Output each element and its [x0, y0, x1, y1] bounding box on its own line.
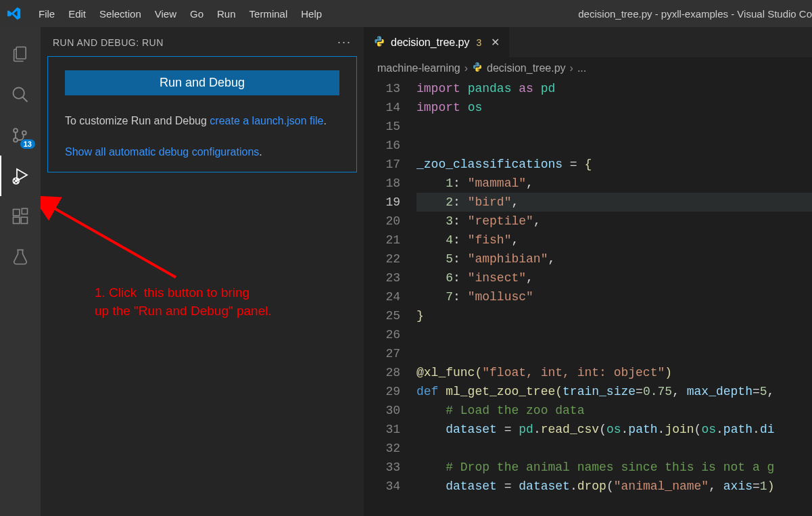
- create-launch-json-link[interactable]: create a launch.json file: [210, 115, 323, 126]
- code-editor[interactable]: 1314151617181920212223242526272829303132…: [364, 79, 812, 516]
- sidebar: RUN AND DEBUG: RUN ··· Run and Debug To …: [41, 27, 364, 516]
- svg-point-5: [22, 131, 26, 135]
- svg-line-2: [23, 97, 28, 102]
- menu-edit[interactable]: Edit: [62, 8, 93, 20]
- vscode-logo-icon: [7, 6, 22, 21]
- sidebar-title: RUN AND DEBUG: RUN: [53, 37, 164, 48]
- editor: decision_tree.py 3 ✕ machine-learning › …: [364, 27, 812, 516]
- code-content[interactable]: import pandas as pdimport os_zoo_classif…: [416, 79, 812, 516]
- menu-bar: FileEditSelectionViewGoRunTerminalHelp: [32, 8, 329, 20]
- menu-run[interactable]: Run: [210, 8, 243, 20]
- svg-rect-12: [21, 217, 27, 223]
- debug-panel: Run and Debug To customize Run and Debug…: [47, 56, 357, 172]
- breadcrumb-trail[interactable]: ...: [577, 62, 586, 74]
- activity-bar: 13: [0, 27, 41, 516]
- python-file-icon: [373, 35, 385, 50]
- tab-dirty-indicator: 3: [477, 37, 482, 48]
- menu-file[interactable]: File: [32, 8, 62, 20]
- svg-rect-11: [14, 217, 20, 223]
- chevron-right-icon: ›: [464, 62, 468, 74]
- explorer-icon[interactable]: [0, 34, 41, 74]
- menu-selection[interactable]: Selection: [93, 8, 148, 20]
- show-all-configs-link[interactable]: Show all automatic debug configurations.: [65, 146, 339, 158]
- extensions-icon[interactable]: [0, 196, 41, 237]
- breadcrumb[interactable]: machine-learning › decision_tree.py › ..…: [364, 57, 812, 79]
- svg-point-3: [14, 128, 18, 133]
- svg-rect-0: [16, 47, 26, 60]
- menu-view[interactable]: View: [148, 8, 183, 20]
- menu-help[interactable]: Help: [294, 8, 329, 20]
- tab-label: decision_tree.py: [391, 37, 470, 49]
- run-debug-icon[interactable]: [0, 156, 41, 196]
- testing-icon[interactable]: [0, 237, 41, 277]
- editor-tabs: decision_tree.py 3 ✕: [364, 27, 812, 57]
- close-icon[interactable]: ✕: [491, 36, 500, 49]
- menu-terminal[interactable]: Terminal: [243, 8, 295, 20]
- breadcrumb-file[interactable]: decision_tree.py: [487, 62, 566, 74]
- titlebar: FileEditSelectionViewGoRunTerminalHelp d…: [0, 0, 812, 27]
- breadcrumb-folder[interactable]: machine-learning: [377, 62, 460, 74]
- svg-point-4: [14, 138, 18, 142]
- more-actions-icon[interactable]: ···: [337, 35, 352, 49]
- scm-badge: 13: [20, 139, 35, 149]
- source-control-icon[interactable]: 13: [0, 115, 41, 156]
- svg-point-1: [14, 88, 24, 99]
- svg-rect-10: [14, 210, 20, 216]
- tab-decision-tree[interactable]: decision_tree.py 3 ✕: [364, 27, 509, 57]
- debug-customize-text: To customize Run and Debug create a laun…: [65, 112, 339, 130]
- python-file-icon: [472, 62, 483, 75]
- run-and-debug-button[interactable]: Run and Debug: [65, 70, 339, 95]
- menu-go[interactable]: Go: [183, 8, 210, 20]
- window-title: decision_tree.py - pyxll-examples - Visu…: [329, 8, 812, 20]
- search-icon[interactable]: [0, 74, 41, 115]
- chevron-right-icon: ›: [570, 62, 573, 74]
- line-gutter: 1314151617181920212223242526272829303132…: [364, 79, 416, 516]
- svg-rect-13: [22, 208, 27, 214]
